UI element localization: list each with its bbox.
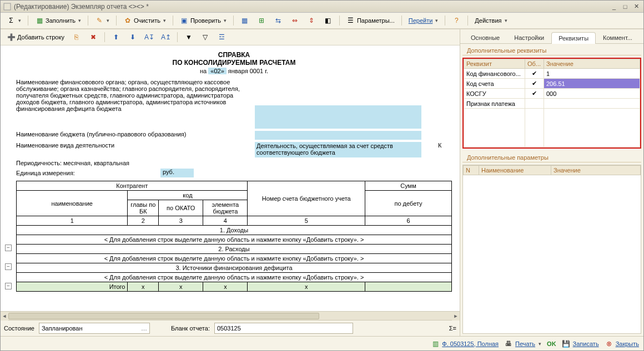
grid-icon: ▦: [240, 16, 249, 25]
printer-icon: 🖶: [504, 339, 513, 348]
col-kontragent: Контрагент: [17, 181, 248, 191]
section-2[interactable]: 2. Расходы: [17, 245, 452, 254]
actions-label: Действия: [475, 17, 501, 24]
svg-rect-0: [4, 3, 11, 10]
date-day[interactable]: «02»: [208, 68, 226, 74]
document-area[interactable]: СПРАВКА ПО КОНСОЛИДИРУЕМЫМ РАСЧЕТАМ на «…: [1, 45, 460, 311]
clear-label: Очистить: [134, 17, 160, 24]
filter-off-button[interactable]: ▽: [198, 31, 213, 43]
goto-button[interactable]: Перейти▾: [406, 16, 441, 26]
pcol-n: N: [464, 166, 479, 175]
tab-osnovnye[interactable]: Основные: [464, 32, 507, 43]
move-down-button[interactable]: ⬇: [125, 31, 140, 43]
filter-button[interactable]: ▼: [182, 31, 196, 43]
arrow-up-icon: ⬆: [112, 33, 120, 42]
move-up-button[interactable]: ⬆: [109, 31, 123, 43]
field-org[interactable]: [255, 105, 421, 129]
tb-icon-1[interactable]: ▦: [238, 14, 252, 27]
col-kod: код: [128, 191, 248, 200]
hscrollbar[interactable]: ◄ ►: [1, 311, 460, 320]
section-3[interactable]: 3. Источники финансирования дефицита: [17, 263, 452, 273]
add-hint-2[interactable]: < Для добавления строк выделите данную о…: [17, 254, 452, 263]
lbl-activity: Наименование вида деятельности: [16, 142, 255, 149]
scroll-thumb[interactable]: [8, 313, 319, 319]
tb-icon-6[interactable]: ◧: [321, 14, 335, 27]
tb-icon-2[interactable]: ⊞: [254, 14, 269, 27]
tree-toggle-3[interactable]: −: [5, 283, 12, 289]
minimize-button[interactable]: _: [609, 2, 619, 11]
title-bar: (Редактирование) Экземпляр отчета <><> *…: [1, 1, 643, 13]
scroll-left-icon[interactable]: ◄: [1, 312, 8, 321]
sort-desc-icon: A↥: [162, 33, 170, 42]
col-naimen: наименование: [17, 191, 128, 216]
state-field[interactable]: Запланирован…: [39, 323, 150, 334]
expand-v-icon: ⇕: [307, 16, 316, 25]
clear-icon: ✿: [123, 16, 132, 25]
tb-icon-4[interactable]: ⇔: [288, 14, 302, 27]
print-button[interactable]: 🖶 Печать▾: [504, 339, 541, 348]
ok-button[interactable]: OK: [547, 340, 556, 347]
scroll-right-icon[interactable]: ►: [452, 312, 460, 321]
pcol-name: Наименование: [479, 166, 551, 175]
req-row-2[interactable]: КОСГУ✔000: [464, 89, 640, 99]
add-hint-3[interactable]: < Для добавления строк выделите данную о…: [17, 273, 452, 282]
copy-icon: ⎘: [72, 33, 81, 42]
req-row-0[interactable]: Код финансового...✔1: [464, 69, 640, 79]
col-val: Значение: [544, 59, 640, 69]
tb-icon-3[interactable]: ⇆: [271, 14, 285, 27]
params-button[interactable]: ☰ Параметры...: [344, 14, 398, 27]
app-icon: [3, 2, 12, 11]
add-row-button[interactable]: ➕ Добавить строку: [4, 31, 67, 43]
section-1[interactable]: 1. Доходы: [17, 226, 452, 235]
sigma-button[interactable]: Σ▾: [4, 14, 24, 27]
tab-comment[interactable]: Коммент...: [596, 32, 640, 43]
field-budget[interactable]: [255, 131, 421, 140]
help-button[interactable]: ?: [449, 14, 464, 27]
req-row-1[interactable]: Код счета✔206.51: [464, 79, 640, 89]
tab-nastroiki[interactable]: Настройки: [507, 32, 551, 43]
right-pane: Основные Настройки Реквизиты Коммент... …: [460, 29, 643, 336]
arrow-down-icon: ⬇: [128, 33, 137, 42]
goto-label: Перейти: [409, 17, 433, 24]
copy-row-button[interactable]: ⎘: [69, 31, 84, 43]
sort-asc-button[interactable]: A↧: [142, 31, 157, 43]
tree-toggle-1[interactable]: −: [5, 245, 12, 251]
delete-icon: ✖: [89, 33, 98, 42]
add-hint-1[interactable]: < Для добавления строк выделите данную о…: [17, 235, 452, 245]
col-glavy: главы по БК: [128, 200, 159, 216]
doc-subtitle: ПО КОНСОЛИДИРУЕМЫМ РАСЧЕТАМ: [16, 59, 452, 67]
activity-suffix: К: [421, 142, 441, 149]
col-nomer: Номер счета бюджетного учета: [248, 181, 365, 216]
doc-title: СПРАВКА: [16, 51, 452, 59]
settings-rows-button[interactable]: ☲: [215, 31, 229, 43]
blank-label: Бланк отчета:: [171, 325, 210, 332]
params-icon: ☰: [346, 16, 355, 25]
main-toolbar: Σ▾ ▦ Заполнить▾ ✎▾ ✿ Очистить▾ ▣ Провери…: [1, 13, 643, 29]
add-row-label: Добавить строку: [17, 34, 64, 40]
col-ob: Об...: [525, 59, 544, 69]
req-row-3[interactable]: Признак платежа: [464, 99, 640, 109]
clear-button[interactable]: ✿ Очистить▾: [120, 14, 169, 27]
check-button[interactable]: ▣ Проверить▾: [177, 14, 229, 27]
tb-icon-5[interactable]: ⇕: [304, 14, 319, 27]
sort-desc-button[interactable]: A↥: [159, 31, 173, 43]
tree-toggle-2[interactable]: −: [5, 263, 12, 270]
pcol-val: Значение: [551, 166, 641, 175]
footer-close-button[interactable]: ⊗ Закрыть: [605, 339, 639, 348]
maximize-button[interactable]: □: [620, 2, 630, 11]
brush-button[interactable]: ✎▾: [92, 14, 112, 27]
window-title: (Редактирование) Экземпляр отчета <><> *: [12, 3, 608, 11]
actions-button[interactable]: Действия▾: [472, 16, 510, 26]
save-button[interactable]: 💾 Записать: [562, 339, 599, 348]
right-body: Дополнительные реквизиты Реквизит Об... …: [460, 44, 643, 336]
left-bottom-bar: Состояние Запланирован… Бланк отчета: 05…: [1, 320, 460, 336]
tab-rekvizity[interactable]: Реквизиты: [551, 32, 596, 44]
delete-row-button[interactable]: ✖: [86, 31, 100, 43]
footer-form[interactable]: ▥ Ф. 0503125, Полная: [431, 339, 499, 348]
blank-field[interactable]: 0503125: [214, 323, 353, 334]
tree-icon: ⊞: [257, 16, 266, 25]
close-button[interactable]: ✕: [631, 2, 641, 11]
field-unit[interactable]: руб.: [160, 169, 194, 177]
field-activity[interactable]: Деятельность, осуществляемая за счет сре…: [255, 142, 421, 157]
fill-button[interactable]: ▦ Заполнить▾: [32, 14, 84, 27]
